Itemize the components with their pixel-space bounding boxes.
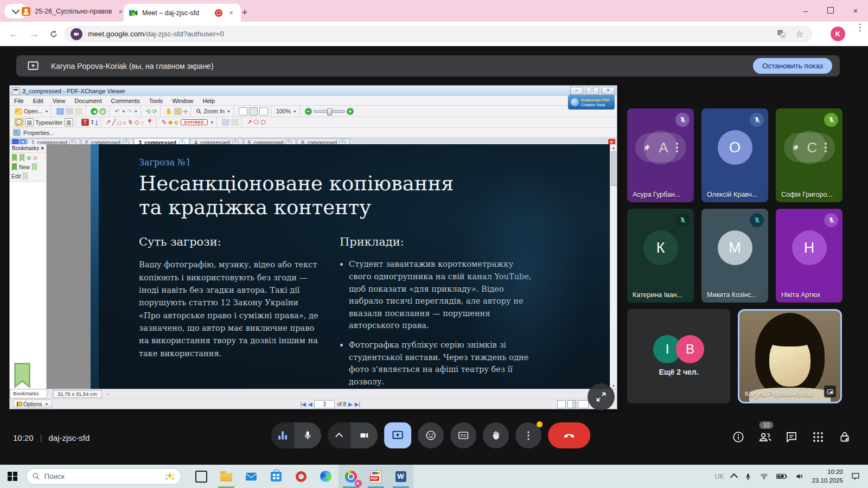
- fit-visible-icon[interactable]: [259, 107, 268, 115]
- zoom-slider[interactable]: [314, 110, 345, 113]
- bookmarks-panel-close[interactable]: ×: [41, 145, 44, 151]
- more-options-button[interactable]: ⋮: [515, 422, 541, 448]
- translate-icon[interactable]: Gы: [775, 28, 788, 41]
- zoom-level-dropdown[interactable]: 100%▼: [273, 106, 300, 117]
- browser-menu-button[interactable]: ⋮: [852, 19, 868, 35]
- mail-button[interactable]: [239, 465, 264, 488]
- overflow-participants-tile[interactable]: І В Ещё 2 чел.: [627, 309, 730, 403]
- participants-button[interactable]: 10: [758, 430, 772, 444]
- polyline-tool-icon[interactable]: ↯: [128, 119, 133, 126]
- battery-icon[interactable]: [776, 473, 787, 480]
- undo-icon[interactable]: ↶: [114, 108, 119, 114]
- select-tool-icon[interactable]: ⊹: [183, 108, 188, 114]
- pdf-menu-item[interactable]: File: [14, 98, 24, 104]
- vertical-scrollbar[interactable]: ▲ ▼: [610, 144, 617, 389]
- tile-hover-controls[interactable]: C: [784, 133, 835, 162]
- arrow-tool-icon[interactable]: ↗: [106, 119, 111, 126]
- end-call-button[interactable]: [548, 422, 590, 448]
- rectangle-tool-icon[interactable]: □: [117, 119, 121, 126]
- stamp-tool-icon[interactable]: ⬖: [174, 119, 178, 126]
- line-tool-icon[interactable]: ╱: [112, 119, 116, 126]
- address-bar[interactable]: meet.google.com/daj-zjsc-sfd?authuser=0 …: [64, 25, 813, 42]
- profile-avatar[interactable]: K: [831, 27, 845, 41]
- notification-center-icon[interactable]: [851, 472, 860, 481]
- fit-page-icon[interactable]: [239, 107, 247, 115]
- activities-button[interactable]: [811, 430, 825, 444]
- window-restore-button[interactable]: [818, 0, 843, 21]
- pdf-menu-item[interactable]: Tools: [149, 98, 163, 104]
- bookmarks-bottom-tab[interactable]: Bookmarks: [10, 390, 47, 399]
- rotate-cw-icon[interactable]: ⟳: [152, 108, 157, 114]
- language-indicator[interactable]: UK: [715, 473, 724, 480]
- wifi-icon[interactable]: [760, 472, 769, 480]
- participant-tile[interactable]: ММикита Козінс...: [701, 209, 768, 303]
- measure-distance-icon[interactable]: ↗: [247, 119, 252, 126]
- pencil-icon[interactable]: ✎: [162, 119, 167, 126]
- opera-button[interactable]: [289, 465, 314, 488]
- print-icon[interactable]: [66, 108, 73, 115]
- scroll-up-arrow[interactable]: ▲: [611, 145, 616, 151]
- window-close-button[interactable]: ×: [843, 0, 868, 21]
- pdf-menu-item[interactable]: Window: [172, 98, 193, 104]
- pdf-close-button[interactable]: ×: [602, 87, 615, 95]
- captions-button[interactable]: [450, 422, 476, 448]
- single-page-layout-icon[interactable]: [557, 400, 566, 408]
- eraser-icon[interactable]: ◆: [168, 119, 173, 126]
- measure-perimeter-icon[interactable]: ⬠: [253, 119, 259, 126]
- bookmark-edit-icon[interactable]: [31, 163, 37, 171]
- back-button[interactable]: ←: [5, 26, 22, 42]
- pdf-menu-item[interactable]: Help: [203, 98, 215, 104]
- tile-more-options-icon[interactable]: [676, 143, 678, 152]
- microsoft-store-button[interactable]: [264, 465, 289, 488]
- taskbar-search[interactable]: Поиск: [26, 468, 181, 485]
- pdf-menu-item[interactable]: Document: [74, 98, 101, 104]
- browser-tab-active[interactable]: Meet – daj-zjsc-sfd ×: [124, 4, 241, 22]
- current-page-input[interactable]: 2: [314, 400, 335, 408]
- reload-button[interactable]: [46, 26, 62, 42]
- pdf-viewer-window[interactable]: 3_compressed - PDF-XChange Viewer – □ × …: [10, 86, 617, 409]
- pdf-titlebar[interactable]: 3_compressed - PDF-XChange Viewer – □ ×: [10, 86, 617, 96]
- scroll-down-arrow[interactable]: ▼: [611, 383, 616, 389]
- chrome-button[interactable]: K: [339, 465, 363, 488]
- sound-comment-icon[interactable]: [231, 119, 239, 126]
- bookmark-new-icon[interactable]: [11, 163, 17, 171]
- bookmark-edit-label[interactable]: Edit: [11, 174, 21, 179]
- pdf-page-area[interactable]: Загроза №1 Несанкціоноване копіювання та…: [47, 144, 617, 389]
- facing-pages-layout-icon[interactable]: [578, 400, 589, 408]
- start-button[interactable]: [8, 472, 17, 481]
- download-pdf-tools-badge[interactable]: Download PDF Creation Tools: [568, 95, 615, 110]
- pdf-menu-item[interactable]: View: [53, 98, 66, 104]
- properties-button[interactable]: Properties...: [23, 130, 54, 136]
- bookmark-new-label[interactable]: New: [19, 164, 30, 170]
- bookmarks-list-area[interactable]: [10, 182, 46, 389]
- zoom-in-dropdown[interactable]: Zoom In▼: [193, 106, 233, 117]
- volume-icon[interactable]: [795, 472, 804, 480]
- pin-participant-icon[interactable]: [792, 144, 800, 152]
- hand-tool-icon[interactable]: ✋: [165, 108, 173, 115]
- open-button[interactable]: 📂 Open...▼: [12, 106, 52, 117]
- self-video-tile[interactable]: Karyna Popova-Koriak: [738, 309, 842, 403]
- bookmark-add-icon[interactable]: [11, 154, 17, 162]
- attach-file-icon[interactable]: [222, 119, 229, 126]
- zoom-in-icon[interactable]: +: [347, 108, 354, 115]
- sticky-note-icon[interactable]: 💬: [15, 118, 23, 126]
- expand-bookmarks-icon[interactable]: ⊕: [27, 155, 31, 161]
- camera-control[interactable]: [328, 422, 378, 448]
- word-button[interactable]: W: [388, 465, 413, 488]
- host-controls-button[interactable]: [838, 430, 852, 444]
- participant-tile[interactable]: ННікіта Артюх: [776, 209, 843, 303]
- back-view-icon[interactable]: ◂: [91, 108, 98, 115]
- bookmark-remove-icon[interactable]: [19, 154, 25, 162]
- polygon-tool-icon[interactable]: ◇: [135, 119, 139, 126]
- continuous-layout-icon[interactable]: [567, 400, 576, 408]
- picture-in-picture-button[interactable]: [824, 386, 836, 397]
- tray-expand-icon[interactable]: [730, 473, 738, 481]
- expand-presentation-button[interactable]: [588, 383, 615, 410]
- forward-button[interactable]: →: [26, 26, 42, 42]
- meeting-details-button[interactable]: [731, 430, 745, 444]
- reactions-button[interactable]: [418, 422, 444, 448]
- stop-presenting-button[interactable]: Остановить показ: [753, 58, 832, 74]
- last-page-button[interactable]: ▶|: [355, 401, 360, 407]
- measure-area-icon[interactable]: ⬡: [260, 119, 266, 126]
- callout-icon[interactable]: ▥: [65, 118, 73, 126]
